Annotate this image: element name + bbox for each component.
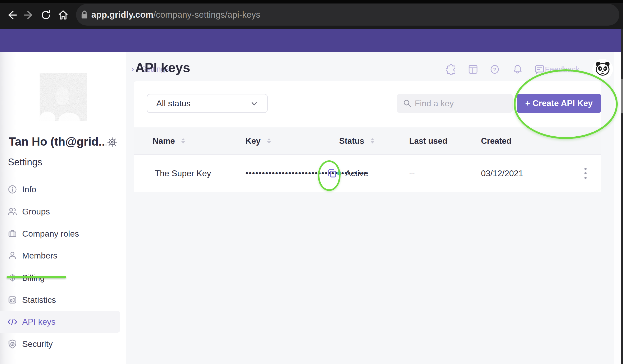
sidebar-item-label: API keys [22,311,55,333]
column-header-status[interactable]: Status [339,127,374,155]
sidebar-item-label: Security [22,333,53,355]
sidebar-item-label: Info [22,178,36,200]
sidebar-item-label: Groups [22,200,50,223]
scrollbar-track[interactable] [614,52,621,364]
sidebar-item-label: Company roles [22,223,79,245]
lock-icon [81,10,88,19]
status-dot [337,171,341,175]
gear-icon[interactable] [107,137,118,148]
briefcase-icon [7,228,18,239]
svg-text:?: ? [493,67,496,72]
feedback-icon[interactable] [534,64,545,75]
sidebar-item-statistics[interactable]: Statistics [0,289,126,311]
url-text: app.gridly.com/company-settings/api-keys [91,10,260,20]
annotation-underline [7,276,66,278]
sort-icon[interactable] [371,138,374,143]
search-icon [403,99,412,108]
window-top-strip [0,0,623,3]
url-path: /company-settings/api-keys [153,10,260,20]
kebab-menu-icon[interactable] [580,165,591,181]
status-cell: Active [345,155,368,192]
column-header-name[interactable]: Name [153,127,185,155]
groups-icon [7,206,18,217]
column-header-last-used: Last used [409,127,447,155]
settings-sidebar: Tan Ho (th@grid... Settings Info Groups [0,52,126,364]
sidebar-section-title: Settings [8,157,42,168]
sidebar-item-label: Statistics [22,289,56,311]
last-used-cell: -- [409,155,415,192]
shield-icon [7,339,18,349]
search-box[interactable] [397,94,513,113]
statistics-icon [7,295,18,305]
scrollbar-thumb[interactable] [621,79,623,113]
sidebar-item-security[interactable]: Security [0,333,126,355]
bell-icon[interactable] [512,64,523,75]
puzzle-icon[interactable] [446,64,457,75]
browser-toolbar: app.gridly.com/company-settings/api-keys [0,0,623,29]
sidebar-item-api-keys[interactable]: API keys [0,311,120,333]
status-filter-value: All status [156,99,191,108]
help-icon[interactable]: ? [489,64,501,75]
table-row[interactable]: The Super Key ••••••••••••••••••••••••••… [134,155,601,192]
panda-icon [594,61,611,77]
info-icon [7,184,18,195]
api-keys-card: All status + Create API Key Name Key Sta… [134,81,601,192]
column-header-created: Created [481,127,511,155]
page-title: API keys [135,60,190,75]
reload-icon[interactable] [40,9,52,21]
status-filter-dropdown[interactable]: All status [147,94,268,113]
forward-icon[interactable] [23,9,35,21]
sidebar-item-groups[interactable]: Groups [0,200,126,223]
sidebar-item-info[interactable]: Info [0,178,126,200]
sort-icon[interactable] [267,138,271,143]
user-avatar[interactable] [592,59,613,79]
app-header: Gridly Home › Settings ? Feedback [0,29,623,52]
sort-icon[interactable] [181,138,185,143]
column-header-key[interactable]: Key [246,127,271,155]
sidebar-item-label: Members [22,245,57,267]
home-icon[interactable] [57,9,69,21]
user-name: Tan Ho (th@grid... [9,135,106,148]
sidebar-item-members[interactable]: Members [0,245,126,267]
key-name-cell: The Super Key [155,155,211,192]
chevron-down-icon [250,100,258,107]
address-bar[interactable]: app.gridly.com/company-settings/api-keys [76,4,619,26]
url-host: app.gridly.com [91,10,153,20]
code-icon [7,317,18,327]
member-icon [7,250,18,261]
sidebar-item-company-roles[interactable]: Company roles [0,223,126,245]
back-icon[interactable] [6,9,17,21]
created-cell: 03/12/2021 [481,155,523,192]
search-input[interactable] [414,98,494,109]
layout-icon[interactable] [467,64,479,75]
company-avatar-image [40,73,87,121]
feedback-label[interactable]: Feedback [545,65,580,74]
breadcrumb-separator-icon: › [131,64,134,74]
create-api-key-button[interactable]: + Create API Key [517,94,601,113]
table-header: Name Key Status Last used Created [134,127,601,155]
